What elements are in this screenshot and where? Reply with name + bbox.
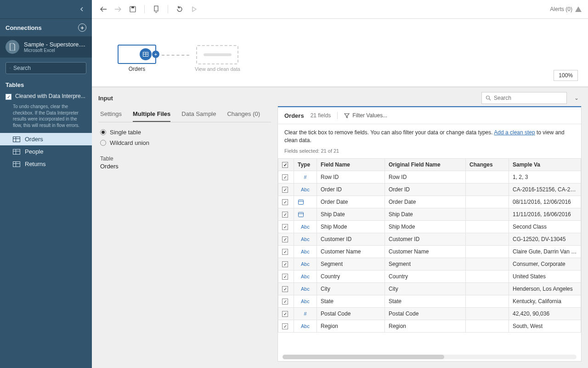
- radio-wildcard-union[interactable]: Wildcard union: [100, 139, 269, 146]
- add-clean-step-link[interactable]: Add a clean step: [494, 129, 535, 136]
- cell-original-field-name: Order ID: [385, 183, 466, 196]
- table-row[interactable]: ✓AbcSegmentSegmentConsumer, Corporate: [278, 258, 581, 270]
- horizontal-scrollbar[interactable]: [283, 355, 577, 359]
- table-row[interactable]: ✓AbcCustomer NameCustomer NameClaire Gut…: [278, 245, 581, 258]
- toolbar: Alerts (0): [92, 0, 588, 19]
- row-checkbox[interactable]: ✓: [282, 311, 288, 317]
- save-button[interactable]: [128, 4, 138, 14]
- collapse-panel-button[interactable]: ⌄: [571, 95, 582, 101]
- cell-field-name: Customer ID: [317, 233, 385, 245]
- cell-type[interactable]: Abc: [294, 233, 317, 245]
- table-row[interactable]: ✓AbcCustomer IDCustomer IDCG-12520, DV-1…: [278, 233, 581, 245]
- connection-item[interactable]: Sample - Superstore.... Microsoft Excel: [0, 36, 92, 58]
- add-step-button[interactable]: +: [152, 51, 159, 58]
- alerts-label: Alerts (0): [550, 6, 572, 12]
- table-row[interactable]: ✓AbcCityCityHenderson, Los Angeles: [278, 282, 581, 295]
- col-header-original-field-name[interactable]: Original Field Name: [385, 158, 466, 171]
- table-icon: [13, 161, 20, 167]
- cell-type[interactable]: #: [294, 307, 317, 320]
- back-button[interactable]: [98, 4, 108, 14]
- row-checkbox[interactable]: ✓: [282, 323, 288, 329]
- flow-node-orders[interactable]: + Orders: [118, 45, 156, 72]
- sidebar-table-item[interactable]: Orders: [0, 133, 92, 145]
- table-row[interactable]: ✓Order DateOrder Date08/11/2016, 12/06/2…: [278, 196, 581, 208]
- table-row[interactable]: ✓AbcCountryCountryUnited States: [278, 270, 581, 282]
- cell-field-name: Row ID: [317, 171, 385, 183]
- publish-button[interactable]: [151, 4, 161, 14]
- cell-type[interactable]: Abc: [294, 295, 317, 307]
- cell-type[interactable]: #: [294, 171, 317, 183]
- cell-sample: Claire Gute, Darrin Van Hu: [509, 245, 581, 258]
- tab[interactable]: Data Sample: [181, 110, 216, 122]
- flow-canvas[interactable]: + Orders View and clean data 100%: [92, 19, 588, 87]
- refresh-button[interactable]: [175, 4, 185, 14]
- cell-changes: [466, 282, 509, 295]
- cell-type[interactable]: Abc: [294, 282, 317, 295]
- row-checkbox[interactable]: ✓: [282, 236, 288, 242]
- table-row[interactable]: ✓AbcShip ModeShip ModeSecond Class: [278, 220, 581, 233]
- collapse-sidebar-button[interactable]: [77, 5, 86, 14]
- cell-type[interactable]: Abc: [294, 245, 317, 258]
- filter-values-button[interactable]: Filter Values...: [344, 112, 387, 119]
- table-row[interactable]: ✓Ship DateShip Date11/11/2016, 16/06/201…: [278, 208, 581, 220]
- cell-changes: [466, 258, 509, 270]
- tab[interactable]: Changes (0): [227, 110, 260, 122]
- tab[interactable]: Multiple Files: [133, 110, 170, 122]
- detail-search[interactable]: [481, 92, 567, 104]
- row-checkbox[interactable]: ✓: [282, 299, 288, 305]
- cell-changes: [466, 220, 509, 233]
- alerts-button[interactable]: Alerts (0): [550, 6, 582, 12]
- table-row[interactable]: ✓#Row IDRow ID1, 2, 3: [278, 171, 581, 183]
- cell-original-field-name: Segment: [385, 258, 466, 270]
- sidebar-search-input[interactable]: [13, 65, 82, 71]
- row-checkbox[interactable]: ✓: [282, 286, 288, 292]
- table-row[interactable]: ✓AbcRegionRegionSouth, West: [278, 320, 581, 332]
- sidebar-table-item[interactable]: People: [0, 145, 92, 158]
- table-row[interactable]: ✓AbcOrder IDOrder IDCA-2016-152156, CA-2…: [278, 183, 581, 196]
- cell-type[interactable]: Abc: [294, 220, 317, 233]
- col-header-sample[interactable]: Sample Va: [509, 158, 581, 171]
- tab[interactable]: Settings: [100, 110, 122, 122]
- sidebar-search[interactable]: [6, 62, 86, 74]
- zoom-level[interactable]: 100%: [554, 70, 578, 81]
- detail-search-input[interactable]: [494, 95, 563, 101]
- cell-type[interactable]: Abc: [294, 320, 317, 332]
- flow-node-placeholder[interactable]: View and clean data: [195, 45, 240, 72]
- row-checkbox[interactable]: ✓: [282, 224, 288, 230]
- cell-field-name: Ship Mode: [317, 220, 385, 233]
- cell-type[interactable]: [294, 196, 317, 208]
- cell-sample: Second Class: [509, 220, 581, 233]
- row-checkbox[interactable]: ✓: [282, 274, 288, 280]
- cell-type[interactable]: [294, 208, 317, 220]
- table-row[interactable]: ✓AbcStateStateKentucky, California: [278, 295, 581, 307]
- cell-type[interactable]: Abc: [294, 183, 317, 196]
- filter-icon: [344, 113, 350, 118]
- cell-sample: Henderson, Los Angeles: [509, 282, 581, 295]
- row-checkbox[interactable]: ✓: [282, 187, 288, 193]
- radio-single-table[interactable]: Single table: [100, 129, 269, 136]
- sidebar: Connections + Sample - Superstore.... Mi…: [0, 0, 92, 368]
- row-checkbox[interactable]: ✓: [282, 199, 288, 205]
- row-checkbox[interactable]: ✓: [282, 261, 288, 267]
- forward-button[interactable]: [113, 4, 123, 14]
- cell-type[interactable]: Abc: [294, 270, 317, 282]
- cell-original-field-name: Order Date: [385, 196, 466, 208]
- add-connection-button[interactable]: +: [78, 23, 86, 32]
- row-checkbox[interactable]: ✓: [282, 174, 288, 180]
- select-all-checkbox[interactable]: ✓: [282, 162, 288, 168]
- data-interpreter-checkbox[interactable]: ✓: [6, 94, 11, 100]
- run-button[interactable]: [189, 4, 199, 14]
- col-header-type[interactable]: Type: [294, 158, 317, 171]
- cell-changes: [466, 270, 509, 282]
- sidebar-table-item[interactable]: Returns: [0, 158, 92, 170]
- col-header-changes[interactable]: Changes: [466, 158, 509, 171]
- row-checkbox[interactable]: ✓: [282, 212, 288, 218]
- warning-icon: [575, 6, 582, 12]
- search-icon: [10, 65, 11, 71]
- table-row[interactable]: ✓#Postal CodePostal Code42,420, 90,036: [278, 307, 581, 320]
- row-checkbox[interactable]: ✓: [282, 249, 288, 255]
- data-interpreter-help: To undo changes, clear the checkbox. If …: [0, 104, 92, 133]
- table-value: Orders: [98, 163, 271, 170]
- col-header-field-name[interactable]: Field Name: [317, 158, 385, 171]
- cell-type[interactable]: Abc: [294, 258, 317, 270]
